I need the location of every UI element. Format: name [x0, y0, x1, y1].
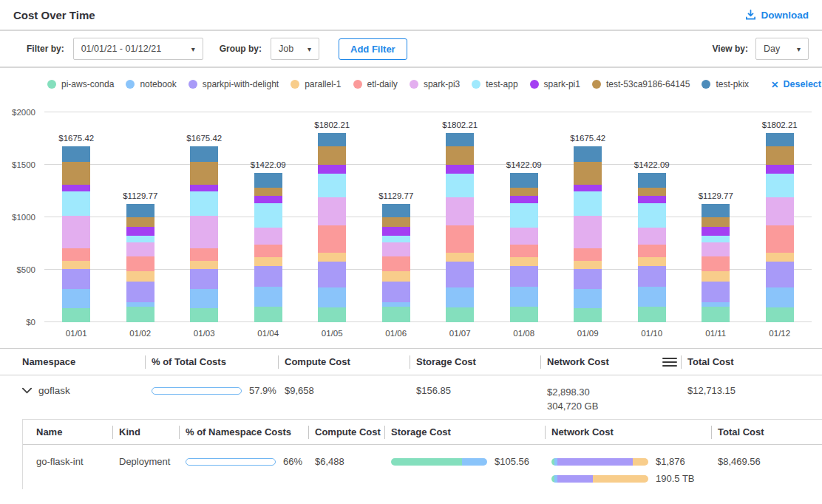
- bar-segment-parallel-1[interactable]: [510, 257, 538, 266]
- bar-segment-parallel-1[interactable]: [638, 257, 666, 266]
- bar-segment-pi-aws-conda[interactable]: [766, 307, 794, 322]
- bar-segment-test-app[interactable]: [382, 236, 410, 242]
- bar-segment-spark-pi3[interactable]: [766, 197, 794, 225]
- column-header-storage-cost[interactable]: Storage Cost: [416, 349, 547, 375]
- legend-item-parallel-1[interactable]: parallel-1: [291, 79, 341, 89]
- bar-segment-test-pkix[interactable]: [510, 173, 538, 188]
- bar-segment-parallel-1[interactable]: [318, 253, 346, 262]
- bar-segment-test-pkix[interactable]: [126, 204, 154, 218]
- bar-segment-spark-pi1[interactable]: [702, 227, 730, 236]
- bar-segment-spark-pi3[interactable]: [254, 228, 282, 245]
- bar-segment-test-pkix[interactable]: [382, 204, 410, 218]
- bar-segment-spark-pi1[interactable]: [126, 227, 154, 236]
- bar-segment-test-app[interactable]: [62, 191, 90, 216]
- bar-segment-pi-aws-conda[interactable]: [190, 308, 218, 322]
- bar-segment-test-pkix[interactable]: [766, 133, 794, 146]
- bar-segment-test-app[interactable]: [446, 174, 474, 198]
- stacked-bar-01-07[interactable]: [446, 133, 474, 322]
- bar-segment-test-53ca9186-64145[interactable]: [190, 162, 218, 185]
- bar-segment-test-pkix[interactable]: [638, 173, 666, 188]
- stacked-bar-01-02[interactable]: [126, 204, 154, 322]
- bar-segment-spark-pi3[interactable]: [638, 228, 666, 245]
- deselect-all-button[interactable]: ✕ Deselect All: [771, 79, 822, 90]
- bar-segment-test-53ca9186-64145[interactable]: [638, 188, 666, 196]
- workload-row-go-flask-int[interactable]: go-flask-int Deployment 66% $6,488 $105.…: [23, 445, 822, 489]
- bar-segment-pi-aws-conda[interactable]: [574, 308, 602, 322]
- bar-segment-parallel-1[interactable]: [574, 261, 602, 270]
- bar-segment-pi-aws-conda[interactable]: [62, 308, 90, 322]
- bar-segment-notebook[interactable]: [510, 287, 538, 307]
- legend-item-sparkpi-with-delight[interactable]: sparkpi-with-delight: [188, 79, 279, 89]
- bar-segment-notebook[interactable]: [446, 287, 474, 307]
- bar-segment-etl-daily[interactable]: [382, 256, 410, 270]
- bar-segment-spark-pi1[interactable]: [382, 227, 410, 236]
- legend-item-test-pkix[interactable]: test-pkix: [702, 79, 749, 89]
- column-header-of-namespace-costs[interactable]: % of Namespace Costs: [186, 420, 315, 444]
- bar-segment-test-53ca9186-64145[interactable]: [62, 162, 90, 185]
- bar-segment-spark-pi3[interactable]: [190, 216, 218, 248]
- legend-item-test-app[interactable]: test-app: [472, 79, 517, 89]
- bar-segment-sparkpi-with-delight[interactable]: [638, 266, 666, 287]
- column-header-network-cost[interactable]: Network Cost: [551, 420, 718, 444]
- bar-segment-parallel-1[interactable]: [62, 261, 90, 270]
- bar-segment-parallel-1[interactable]: [446, 253, 474, 262]
- download-button[interactable]: Download: [745, 10, 809, 21]
- bar-segment-test-53ca9186-64145[interactable]: [254, 188, 282, 196]
- bar-segment-etl-daily[interactable]: [190, 248, 218, 261]
- bar-segment-notebook[interactable]: [574, 289, 602, 309]
- bar-segment-pi-aws-conda[interactable]: [446, 307, 474, 322]
- bar-segment-sparkpi-with-delight[interactable]: [254, 266, 282, 287]
- bar-segment-pi-aws-conda[interactable]: [382, 307, 410, 322]
- bar-segment-notebook[interactable]: [766, 287, 794, 307]
- legend-item-notebook[interactable]: notebook: [126, 79, 176, 89]
- bar-segment-parallel-1[interactable]: [254, 257, 282, 266]
- bar-segment-sparkpi-with-delight[interactable]: [382, 282, 410, 302]
- bar-segment-test-app[interactable]: [254, 203, 282, 228]
- stacked-bar-01-08[interactable]: [510, 173, 538, 322]
- bar-segment-etl-daily[interactable]: [318, 225, 346, 253]
- bar-segment-test-app[interactable]: [574, 191, 602, 216]
- bar-segment-spark-pi1[interactable]: [766, 165, 794, 174]
- bar-segment-spark-pi3[interactable]: [446, 197, 474, 225]
- stacked-bar-01-03[interactable]: [190, 146, 218, 322]
- bar-segment-spark-pi1[interactable]: [574, 185, 602, 192]
- bar-segment-test-pkix[interactable]: [62, 146, 90, 162]
- bar-segment-spark-pi3[interactable]: [318, 197, 346, 225]
- bar-segment-spark-pi1[interactable]: [62, 185, 90, 192]
- bar-segment-spark-pi1[interactable]: [446, 165, 474, 174]
- bar-segment-sparkpi-with-delight[interactable]: [574, 269, 602, 289]
- bar-segment-etl-daily[interactable]: [574, 248, 602, 261]
- column-header-compute-cost[interactable]: Compute Cost: [285, 349, 416, 375]
- bar-segment-sparkpi-with-delight[interactable]: [126, 282, 154, 302]
- column-header-name[interactable]: Name: [36, 420, 119, 444]
- bar-segment-test-53ca9186-64145[interactable]: [574, 162, 602, 185]
- bar-segment-etl-daily[interactable]: [510, 245, 538, 257]
- bar-segment-parallel-1[interactable]: [702, 271, 730, 282]
- legend-item-spark-pi3[interactable]: spark-pi3: [410, 79, 460, 89]
- bar-segment-test-app[interactable]: [638, 203, 666, 228]
- bar-segment-pi-aws-conda[interactable]: [318, 307, 346, 322]
- column-header-total-cost[interactable]: Total Cost: [718, 420, 810, 444]
- bar-segment-etl-daily[interactable]: [254, 245, 282, 257]
- bar-segment-spark-pi3[interactable]: [126, 242, 154, 256]
- column-header-compute-cost[interactable]: Compute Cost: [315, 420, 391, 444]
- bar-segment-etl-daily[interactable]: [638, 245, 666, 257]
- bar-segment-test-53ca9186-64145[interactable]: [766, 146, 794, 165]
- legend-item-spark-pi1[interactable]: spark-pi1: [530, 79, 580, 89]
- stacked-bar-01-01[interactable]: [62, 146, 90, 322]
- bar-segment-spark-pi1[interactable]: [638, 196, 666, 203]
- bar-segment-test-53ca9186-64145[interactable]: [702, 217, 730, 226]
- view-by-select[interactable]: Day ▾: [755, 38, 809, 60]
- stacked-bar-01-05[interactable]: [318, 133, 346, 322]
- bar-segment-test-app[interactable]: [126, 236, 154, 242]
- bar-segment-etl-daily[interactable]: [702, 256, 730, 270]
- chevron-down-icon[interactable]: [22, 387, 32, 394]
- bar-segment-test-53ca9186-64145[interactable]: [510, 188, 538, 196]
- stacked-bar-01-09[interactable]: [574, 146, 602, 322]
- column-header-of-total-costs[interactable]: % of Total Costs: [152, 349, 285, 375]
- legend-item-pi-aws-conda[interactable]: pi-aws-conda: [47, 79, 114, 89]
- bar-segment-pi-aws-conda[interactable]: [126, 307, 154, 322]
- bar-segment-notebook[interactable]: [254, 287, 282, 307]
- bar-segment-test-app[interactable]: [510, 203, 538, 228]
- bar-segment-notebook[interactable]: [318, 287, 346, 307]
